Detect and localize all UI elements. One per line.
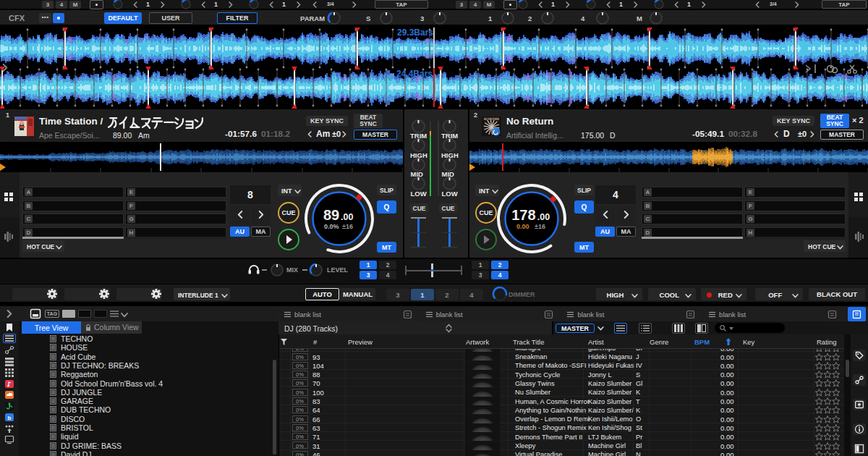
- svg-text:b: b: [8, 415, 12, 421]
- svg-text:NO RETURN: NO RETURN: [484, 118, 499, 121]
